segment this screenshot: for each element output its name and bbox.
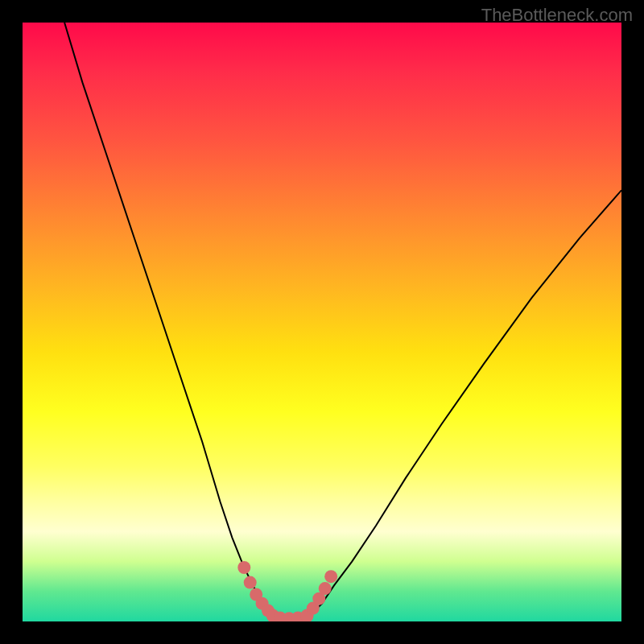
right-curve-path [310,190,621,615]
curve-overlay [23,23,621,621]
left-curve [64,23,271,616]
left-marker-dot [237,561,250,574]
highlight-markers [237,561,337,621]
left-curve-path [64,23,271,616]
plot-area [23,23,621,621]
right-curve [310,190,621,615]
right-marker-dot [324,570,337,583]
right-marker-dot [319,582,332,595]
watermark-text: TheBottleneck.com [481,5,633,26]
left-marker-dot [244,576,257,589]
